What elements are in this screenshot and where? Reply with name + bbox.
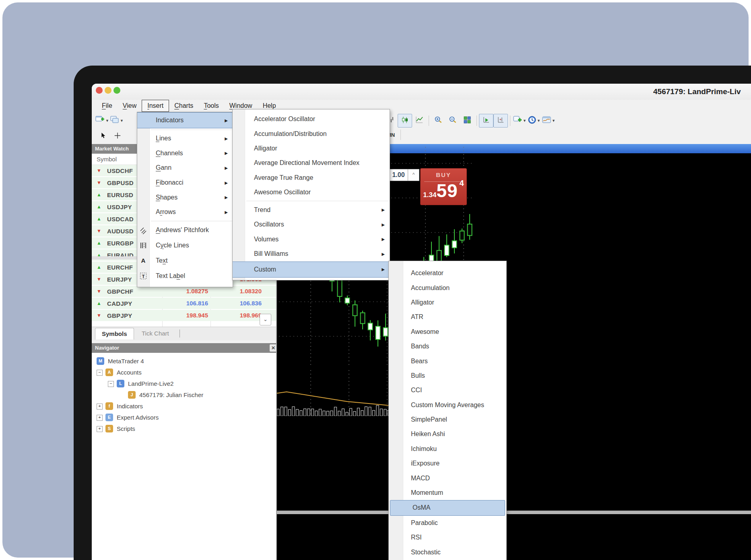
menu-item-simplepanel[interactable]: SimplePanel (389, 412, 506, 427)
menu-item-arrows[interactable]: Arrows▶ (137, 205, 233, 220)
menu-item-andrews-pitchfork[interactable]: Andrews' Pitchfork (137, 222, 233, 238)
navigator-item-metatrader-4[interactable]: MMetaTrader 4 (92, 356, 276, 367)
menu-view[interactable]: View (118, 100, 142, 112)
expand-icon[interactable]: + (97, 426, 103, 432)
chart-shift-button[interactable] (493, 114, 508, 128)
menu-item-bill-williams[interactable]: Bill Williams▶ (233, 247, 390, 261)
menu-item-volumes[interactable]: Volumes▶ (233, 232, 390, 247)
navigator-titlebar[interactable]: Navigator ✕ (92, 343, 279, 353)
menu-item-momentum[interactable]: Momentum (389, 486, 506, 500)
dropdown-caret-icon[interactable]: ▼ (537, 119, 541, 123)
lot-size-input[interactable]: 1.00 (389, 169, 408, 181)
auto-scroll-button[interactable] (479, 114, 493, 128)
navigator-item-indicators[interactable]: +fIndicators (92, 401, 276, 412)
menu-item-accumulation-distribution[interactable]: Accumulation/Distribution (233, 126, 390, 141)
buy-price-sup: 4 (460, 179, 464, 187)
dropdown-caret-icon[interactable]: ▼ (105, 119, 109, 123)
menu-item-alligator[interactable]: Alligator (233, 141, 390, 156)
market-watch-row-gbpchf[interactable]: ▼GBPCHF1.082751.08320 (92, 286, 276, 297)
ask-price: 1.08320 (217, 286, 262, 297)
tab-divider (179, 329, 180, 338)
navigator-item-label: MetaTrader 4 (108, 357, 144, 365)
market-watch-row-gbpjpy[interactable]: ▼GBPJPY198.945198.969 (92, 310, 276, 321)
menu-item-fibonacci[interactable]: Fibonacci▶ (137, 175, 233, 190)
zoom-traffic-light[interactable] (113, 87, 120, 94)
collapse-icon[interactable]: − (97, 370, 103, 376)
dropdown-caret-icon[interactable]: ▼ (523, 119, 526, 123)
menu-item-channels[interactable]: Channels▶ (137, 146, 233, 161)
tab-tick-chart[interactable]: Tick Chart (135, 328, 175, 339)
menu-tools[interactable]: Tools (198, 100, 224, 112)
menu-item-text[interactable]: AText (137, 253, 233, 268)
menu-item-stochastic[interactable]: Stochastic (389, 545, 506, 559)
menu-item-average-true-range[interactable]: Average True Range (233, 171, 390, 185)
candlestick-button[interactable] (398, 114, 412, 128)
profiles-button[interactable]: ▼ (109, 114, 124, 128)
menu-item-awesome-oscillator[interactable]: Awesome Oscillator (233, 185, 390, 200)
menu-file[interactable]: File (97, 100, 118, 112)
new-template-button[interactable]: ▼ (512, 114, 527, 128)
navigator-item-scripts[interactable]: +SScripts (92, 423, 276, 434)
minimize-traffic-light[interactable] (105, 87, 111, 94)
navigator-item-4567179-julian-fischer[interactable]: J4567179: Julian Fischer (92, 389, 276, 401)
menu-item-text-label[interactable]: TText Label (137, 268, 233, 284)
chevron-down-icon[interactable]: ⌄ (260, 314, 271, 325)
menu-item-accumulation[interactable]: Accumulation (389, 280, 506, 295)
submenu-arrow-icon: ▶ (225, 195, 228, 200)
menu-item-custom-moving-averages[interactable]: Custom Moving Averages (389, 398, 506, 412)
tile-windows-button[interactable] (460, 114, 475, 128)
arrow-down-icon: ▼ (97, 168, 103, 173)
menu-item-awesome[interactable]: Awesome (389, 325, 506, 339)
menu-item-macd[interactable]: MACD (389, 471, 506, 485)
market-watch-row-cadjpy[interactable]: ▲CADJPY106.816106.836 (92, 298, 276, 309)
menu-item-heiken-ashi[interactable]: Heiken Ashi (389, 427, 506, 441)
lot-stepper-up[interactable]: ^ (408, 169, 419, 181)
dropdown-caret-icon[interactable]: ▼ (120, 119, 124, 123)
menu-item-gann[interactable]: Gann▶ (137, 161, 233, 175)
tab-symbols[interactable]: Symbols (95, 328, 134, 340)
menu-item-custom[interactable]: Custom▶ (233, 261, 390, 278)
menu-item-trend[interactable]: Trend▶ (233, 202, 390, 217)
menu-item-accelerator-oscillator[interactable]: Accelerator Oscillator (233, 112, 390, 126)
expand-icon[interactable]: + (97, 415, 103, 421)
crosshair-button[interactable] (110, 130, 125, 143)
expand-icon[interactable]: + (97, 404, 103, 410)
close-traffic-light[interactable] (96, 87, 103, 94)
line-chart-button[interactable] (412, 114, 427, 128)
menu-item-atr[interactable]: ATR (389, 310, 506, 324)
menu-charts[interactable]: Charts (169, 100, 198, 112)
menu-item-ichimoku[interactable]: Ichimoku (389, 442, 506, 456)
menu-item-accelerator[interactable]: Accelerator (389, 266, 506, 280)
menu-item-bears[interactable]: Bears (389, 354, 506, 368)
collapse-icon[interactable]: − (108, 381, 114, 387)
zoom-in-button[interactable] (431, 114, 446, 128)
menu-item-lines[interactable]: Lines▶ (137, 131, 233, 146)
new-chart-button[interactable]: ▼ (95, 114, 109, 128)
menu-item-bulls[interactable]: Bulls (389, 369, 506, 383)
navigator-item-expert-advisors[interactable]: +EExpert Advisors (92, 412, 276, 423)
zoom-out-button[interactable] (446, 114, 460, 128)
menu-item-indicators[interactable]: Indicators▶ (137, 112, 233, 128)
menu-item-parabolic[interactable]: Parabolic (389, 516, 506, 530)
menu-item-label: Oscillators (254, 221, 284, 228)
chart-template-button[interactable]: ▼ (541, 114, 556, 128)
menu-item-rsi[interactable]: RSI (389, 530, 506, 545)
menu-item-bands[interactable]: Bands (389, 339, 506, 354)
pitchfork-icon (137, 226, 149, 234)
menu-item-shapes[interactable]: Shapes▶ (137, 190, 233, 205)
buy-button[interactable]: BUY 1.34594 (420, 168, 467, 205)
menu-item-osma[interactable]: OsMA (390, 500, 505, 515)
menu-item-cycle-lines[interactable]: Cycle Lines (137, 238, 233, 253)
dropdown-caret-icon[interactable]: ▼ (552, 119, 555, 123)
menu-insert[interactable]: Insert (142, 100, 169, 112)
periods-clock-button[interactable]: ▼ (527, 114, 541, 128)
navigator-item-accounts[interactable]: −AAccounts (92, 367, 276, 378)
mt4-icon: M (97, 357, 104, 365)
navigator-item-landprime-live2[interactable]: −LLandPrime-Live2 (92, 378, 276, 389)
cursor-button[interactable] (96, 130, 110, 143)
menu-item-average-directional-movement-index[interactable]: Average Directional Movement Index (233, 156, 390, 170)
menu-item-alligator[interactable]: Alligator (389, 295, 506, 310)
menu-item-oscillators[interactable]: Oscillators▶ (233, 217, 390, 232)
menu-item-iexposure[interactable]: iExposure (389, 456, 506, 471)
menu-item-cci[interactable]: CCI (389, 383, 506, 397)
